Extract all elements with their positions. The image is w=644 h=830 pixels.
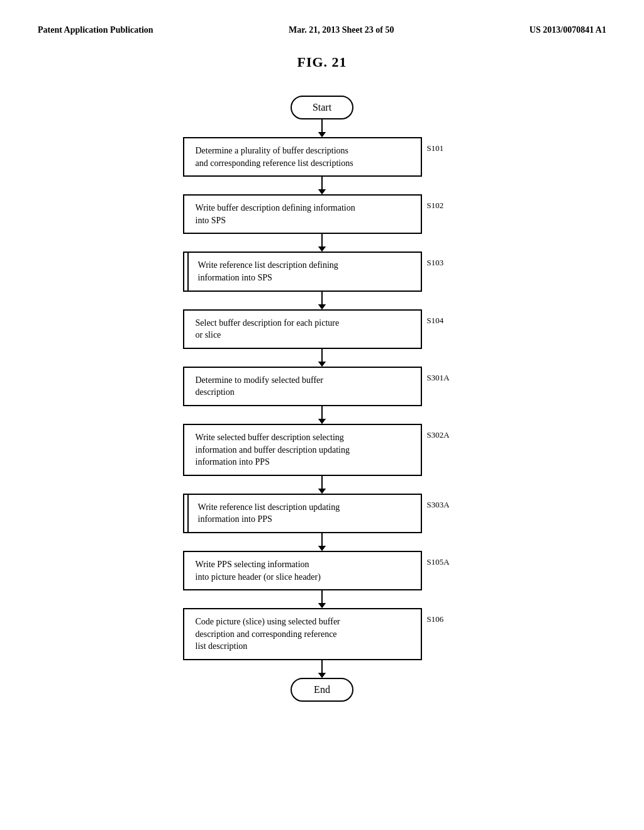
node-start-row: Start xyxy=(38,96,606,119)
node-s101-wrap: Determine a plurality of buffer descript… xyxy=(38,137,606,194)
node-s303a-wrap: Write reference list description updatin… xyxy=(38,494,606,551)
node-s105a-text: Write PPS selecting informationinto pict… xyxy=(196,560,321,582)
label-s301a: S301A xyxy=(427,367,462,383)
svg-marker-15 xyxy=(318,546,326,551)
node-s301a-text: Determine to modify selected bufferdescr… xyxy=(196,375,323,397)
node-s103-row: Write reference list description definin… xyxy=(38,252,606,291)
node-s302a-row: Write selected buffer description select… xyxy=(38,424,606,476)
page-header: Patent Application Publication Mar. 21, … xyxy=(38,25,606,35)
label-s302a: S302A xyxy=(427,424,462,440)
node-s301a: Determine to modify selected bufferdescr… xyxy=(183,367,422,406)
arrow-7 xyxy=(318,533,326,551)
node-s105a: Write PPS selecting informationinto pict… xyxy=(183,551,422,590)
label-s104: S104 xyxy=(427,309,462,326)
page: Patent Application Publication Mar. 21, … xyxy=(0,0,644,830)
flowchart: Start Determine a plurality of buffer de… xyxy=(38,96,606,702)
node-s106-text: Code picture (slice) using selected buff… xyxy=(196,617,340,651)
svg-marker-1 xyxy=(318,132,326,137)
svg-marker-13 xyxy=(318,489,326,494)
svg-marker-11 xyxy=(318,419,326,424)
node-s104-text: Select buffer description for each pictu… xyxy=(196,318,340,340)
node-start-text: Start xyxy=(313,102,331,113)
node-s105a-row: Write PPS selecting informationinto pict… xyxy=(38,551,606,590)
node-s103: Write reference list description definin… xyxy=(183,252,422,291)
label-s103: S103 xyxy=(427,252,462,268)
node-s101-row: Determine a plurality of buffer descript… xyxy=(38,137,606,177)
node-s105a-wrap: Write PPS selecting informationinto pict… xyxy=(38,551,606,608)
node-s106-row: Code picture (slice) using selected buff… xyxy=(38,608,606,660)
node-s102-row: Write buffer description defining inform… xyxy=(38,194,606,234)
header-publication: Patent Application Publication xyxy=(38,25,153,35)
node-s104: Select buffer description for each pictu… xyxy=(183,309,422,349)
node-s301a-row: Determine to modify selected bufferdescr… xyxy=(38,367,606,406)
svg-marker-19 xyxy=(318,673,326,678)
node-s106: Code picture (slice) using selected buff… xyxy=(183,608,422,660)
header-patent: US 2013/0070841 A1 xyxy=(530,25,606,35)
arrow-6 xyxy=(318,476,326,494)
arrow-5 xyxy=(318,406,326,424)
svg-marker-17 xyxy=(318,603,326,608)
arrow-4 xyxy=(318,349,326,367)
node-start-wrap: Start xyxy=(38,96,606,137)
node-s303a: Write reference list description updatin… xyxy=(183,494,422,533)
arrow-1 xyxy=(318,177,326,194)
node-end: End xyxy=(291,678,353,702)
node-end-text: End xyxy=(314,684,330,695)
arrow-8 xyxy=(318,590,326,608)
node-s102-text: Write buffer description defining inform… xyxy=(196,203,355,225)
node-s103-text: Write reference list description definin… xyxy=(198,260,338,282)
node-start: Start xyxy=(291,96,353,119)
node-s103-wrap: Write reference list description definin… xyxy=(38,252,606,309)
node-s106-wrap: Code picture (slice) using selected buff… xyxy=(38,608,606,678)
node-s101: Determine a plurality of buffer descript… xyxy=(183,137,422,177)
label-s105a: S105A xyxy=(427,551,462,567)
figure-title: FIG. 21 xyxy=(38,54,606,70)
node-s101-text: Determine a plurality of buffer descript… xyxy=(196,146,353,168)
svg-marker-7 xyxy=(318,304,326,309)
arrow-0 xyxy=(321,119,323,137)
arrow-9 xyxy=(318,660,326,678)
node-s102-wrap: Write buffer description defining inform… xyxy=(38,194,606,252)
label-s101: S101 xyxy=(427,137,462,153)
node-end-row: End xyxy=(38,678,606,702)
header-date: Mar. 21, 2013 Sheet 23 of 50 xyxy=(289,25,394,35)
svg-marker-5 xyxy=(318,246,326,252)
node-s303a-row: Write reference list description updatin… xyxy=(38,494,606,533)
node-s102: Write buffer description defining inform… xyxy=(183,194,422,234)
node-s302a: Write selected buffer description select… xyxy=(183,424,422,476)
node-s301a-wrap: Determine to modify selected bufferdescr… xyxy=(38,367,606,424)
label-s102: S102 xyxy=(427,194,462,211)
label-s303a: S303A xyxy=(427,494,462,510)
node-s104-row: Select buffer description for each pictu… xyxy=(38,309,606,349)
node-s104-wrap: Select buffer description for each pictu… xyxy=(38,309,606,367)
arrow-3 xyxy=(318,292,326,309)
node-s302a-text: Write selected buffer description select… xyxy=(196,433,350,467)
node-s303a-text: Write reference list description updatin… xyxy=(198,502,340,524)
svg-marker-9 xyxy=(318,362,326,367)
svg-marker-3 xyxy=(318,189,326,194)
node-s302a-wrap: Write selected buffer description select… xyxy=(38,424,606,494)
arrow-2 xyxy=(318,234,326,252)
label-s106: S106 xyxy=(427,608,462,624)
